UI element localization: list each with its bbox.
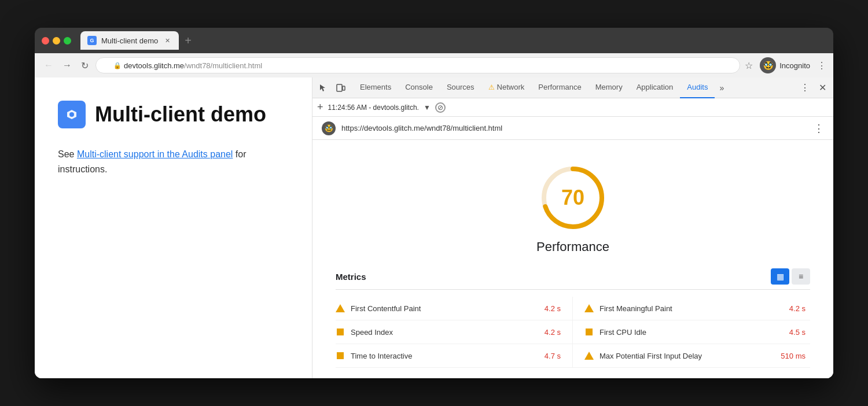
new-tab-button[interactable]: + [181,34,195,47]
title-bar: G Multi-client demo ✕ + [35,28,833,53]
browser-more-button[interactable]: ⋮ [817,60,826,71]
grid-view-button[interactable]: ▦ [771,268,789,285]
metrics-section: Metrics ▦ ≡ First Contentful Paint [330,268,816,368]
metric-fcp: First Contentful Paint 4.2 s [336,297,573,320]
audit-content: 70 Performance Metrics ▦ ≡ [312,140,833,378]
triangle-icon-3 [584,352,594,360]
nav-icons: ☆ 🥸 Incognito ⋮ [745,57,826,73]
svg-point-1 [69,112,74,117]
tab-sources[interactable]: Sources [440,77,481,98]
description-before-link: See [58,149,77,159]
tab-console[interactable]: Console [398,77,440,98]
address-input[interactable]: 🔒 devtools.glitch.me/wndt78/multiclient.… [95,57,740,73]
device-svg [336,83,345,93]
tab-audits[interactable]: Audits [680,77,715,98]
mpfid-icon [584,351,594,360]
tab-favicon: G [87,36,97,45]
audits-panel-link[interactable]: Multi-client support in the Audits panel [77,149,233,159]
audit-timestamp: 11:24:56 AM - devtools.glitch. [328,104,419,112]
star-icon[interactable]: ☆ [745,60,753,71]
tab-title: Multi-client demo [101,36,158,45]
fcp-name: First Contentful Paint [351,304,539,313]
metric-fci: First CPU Idle 4.5 s [573,320,810,344]
si-value: 4.2 s [545,328,561,337]
tti-value: 4.7 s [545,352,561,360]
si-name: Speed Index [351,328,539,337]
triangle-icon [336,304,345,312]
tab-performance-label: Performance [538,83,581,91]
active-tab[interactable]: G Multi-client demo ✕ [80,31,179,50]
devtools-panel: Elements Console Sources ⚠ Network Perfo… [312,77,833,378]
fci-value: 4.5 s [789,328,806,337]
tab-memory[interactable]: Memory [589,77,630,98]
tab-bar: G Multi-client demo ✕ + [80,31,826,50]
page-content: Multi-client demo See Multi-client suppo… [35,77,312,378]
tab-close-button[interactable]: ✕ [163,36,172,45]
devtools-sub-toolbar: + 11:24:56 AM - devtools.glitch. ▼ ⊘ [312,98,833,117]
devtools-actions: ⋮ ✕ [797,80,830,95]
audit-block-button[interactable]: ⊘ [435,102,446,113]
add-audit-button[interactable]: + [317,101,323,113]
tab-application-label: Application [637,83,674,91]
score-section: 70 Performance [330,152,816,268]
minimize-traffic-light[interactable] [53,37,60,45]
lock-icon: 🔒 [113,62,122,69]
page-title: Multi-client demo [95,102,266,127]
fci-icon [584,327,594,337]
fmp-value: 4.2 s [789,304,806,313]
metric-si: Speed Index 4.2 s [336,320,573,344]
devtools-close-button[interactable]: ✕ [815,80,830,95]
tab-elements-label: Elements [360,83,391,91]
tab-network[interactable]: ⚠ Network [481,77,532,98]
devtools-tabs: Elements Console Sources ⚠ Network Perfo… [353,77,797,98]
main-area: Multi-client demo See Multi-client suppo… [35,77,833,378]
page-description: See Multi-client support in the Audits p… [58,147,289,176]
audit-url-more-button[interactable]: ⋮ [814,122,824,135]
svg-rect-3 [343,86,345,90]
select-element-icon[interactable] [316,80,331,95]
address-text: devtools.glitch.me/wndt78/multiclient.ht… [124,61,262,70]
metric-mpfid: Max Potential First Input Delay 510 ms [573,344,810,368]
glitch-logo-svg [62,105,81,124]
audit-url-bar: 🥸 https://devtools.glitch.me/wndt78/mult… [312,117,833,140]
maximize-traffic-light[interactable] [64,37,71,45]
close-traffic-light[interactable] [42,37,49,45]
tti-icon [336,351,345,360]
metric-tti: Time to Interactive 4.7 s [336,344,573,368]
score-circle: 70 [538,163,608,232]
tab-performance[interactable]: Performance [531,77,588,98]
fcp-value: 4.2 s [545,304,561,313]
audit-url-favicon: 🥸 [322,121,336,135]
audit-dropdown[interactable]: ▼ [424,104,431,112]
glitch-logo [58,101,86,128]
list-view-button[interactable]: ≡ [792,268,810,285]
svg-rect-2 [337,84,342,91]
network-warning-icon: ⚠ [488,83,495,91]
square-icon-2 [586,329,593,335]
forward-button[interactable]: → [60,58,74,73]
fmp-name: First Meaningful Paint [599,304,784,313]
metrics-grid: First Contentful Paint 4.2 s First Meani… [336,297,810,368]
fci-name: First CPU Idle [599,328,784,337]
incognito-button[interactable]: 🥸 Incognito [760,57,810,73]
devtools-more-button[interactable]: ⋮ [797,80,812,95]
metrics-title: Metrics [336,272,366,282]
refresh-button[interactable]: ↻ [79,58,91,73]
more-tabs-button[interactable]: » [715,83,729,93]
mpfid-name: Max Potential First Input Delay [599,352,775,360]
tti-name: Time to Interactive [351,352,539,360]
traffic-lights [42,37,71,45]
device-toolbar-icon[interactable] [333,80,348,95]
si-icon [336,327,345,337]
url-path: /wndt78/multiclient.html [184,61,262,70]
page-header: Multi-client demo [58,101,289,128]
back-button[interactable]: ← [42,58,56,73]
metrics-header: Metrics ▦ ≡ [336,268,810,290]
tab-elements[interactable]: Elements [353,77,398,98]
tab-network-label: Network [497,83,525,91]
devtools-toolbar: Elements Console Sources ⚠ Network Perfo… [312,77,833,98]
devtools-icon-group [316,80,348,95]
tab-application[interactable]: Application [630,77,681,98]
cursor-svg [319,83,328,93]
audit-url-text: https://devtools.glitch.me/wndt78/multic… [341,124,808,132]
